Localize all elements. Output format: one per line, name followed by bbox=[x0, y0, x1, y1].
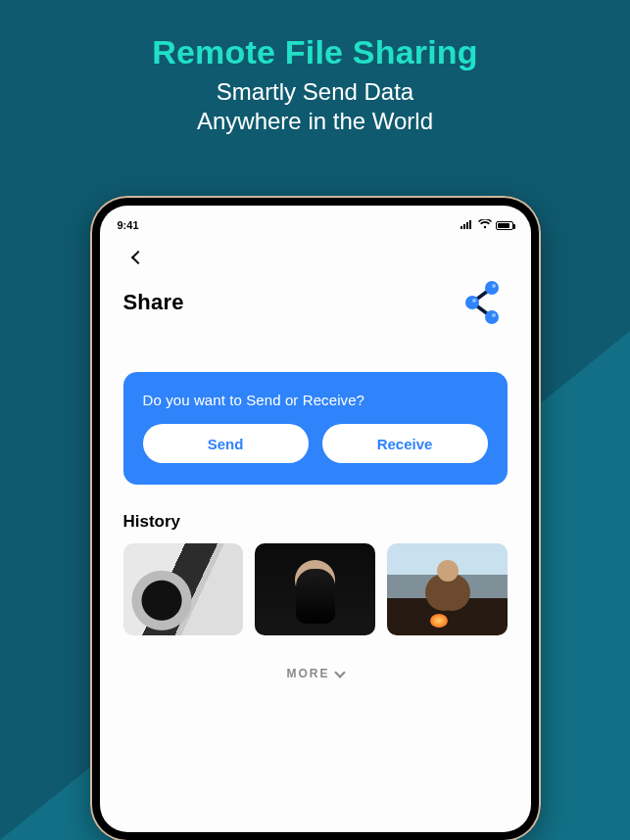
play-icon bbox=[299, 573, 332, 606]
history-item-3[interactable] bbox=[387, 543, 508, 635]
svg-point-9 bbox=[492, 284, 496, 288]
promo-sub-line2: Anywhere in the World bbox=[197, 108, 433, 134]
more-button[interactable]: MORE bbox=[123, 667, 508, 680]
signal-icon bbox=[460, 219, 474, 231]
card-buttons: Send Receive bbox=[143, 424, 488, 463]
back-button[interactable] bbox=[123, 245, 149, 270]
history-row bbox=[123, 543, 508, 635]
chevron-down-icon bbox=[334, 667, 345, 677]
title-row: Share bbox=[123, 278, 508, 327]
svg-point-11 bbox=[492, 313, 496, 317]
svg-rect-0 bbox=[460, 226, 462, 229]
svg-rect-2 bbox=[466, 222, 468, 229]
status-right bbox=[460, 219, 513, 231]
svg-point-10 bbox=[472, 299, 476, 303]
svg-point-7 bbox=[465, 296, 479, 309]
svg-rect-1 bbox=[463, 224, 465, 229]
back-row bbox=[123, 245, 508, 272]
card-prompt: Do you want to Send or Receive? bbox=[143, 392, 488, 408]
page-title: Share bbox=[123, 290, 184, 315]
chevron-left-icon bbox=[130, 251, 144, 264]
svg-point-6 bbox=[485, 281, 499, 295]
promo-subtitle: Smartly Send Data Anywhere in the World bbox=[0, 77, 630, 136]
history-item-1[interactable] bbox=[123, 543, 244, 635]
svg-point-8 bbox=[485, 310, 499, 324]
screen-body: Share Do you want to Send or Rece bbox=[100, 231, 531, 832]
tablet-frame: 9:41 Share bbox=[90, 196, 541, 840]
send-button[interactable]: Send bbox=[143, 424, 309, 463]
svg-rect-3 bbox=[469, 220, 471, 229]
battery-icon bbox=[496, 221, 513, 230]
more-label: MORE bbox=[287, 667, 330, 680]
promo-sub-line1: Smartly Send Data bbox=[217, 78, 413, 105]
receive-button[interactable]: Receive bbox=[322, 424, 488, 463]
send-receive-card: Do you want to Send or Receive? Send Rec… bbox=[123, 372, 508, 485]
history-title: History bbox=[123, 512, 508, 532]
history-section: History MORE bbox=[123, 512, 508, 680]
share-icon[interactable] bbox=[459, 278, 508, 327]
screen: 9:41 Share bbox=[100, 206, 531, 832]
status-time: 9:41 bbox=[118, 219, 139, 231]
history-item-2[interactable] bbox=[255, 543, 375, 635]
promo-title: Remote File Sharing bbox=[0, 33, 630, 71]
wifi-icon bbox=[478, 219, 492, 231]
promo-block: Remote File Sharing Smartly Send Data An… bbox=[0, 0, 630, 136]
status-bar: 9:41 bbox=[100, 206, 531, 231]
